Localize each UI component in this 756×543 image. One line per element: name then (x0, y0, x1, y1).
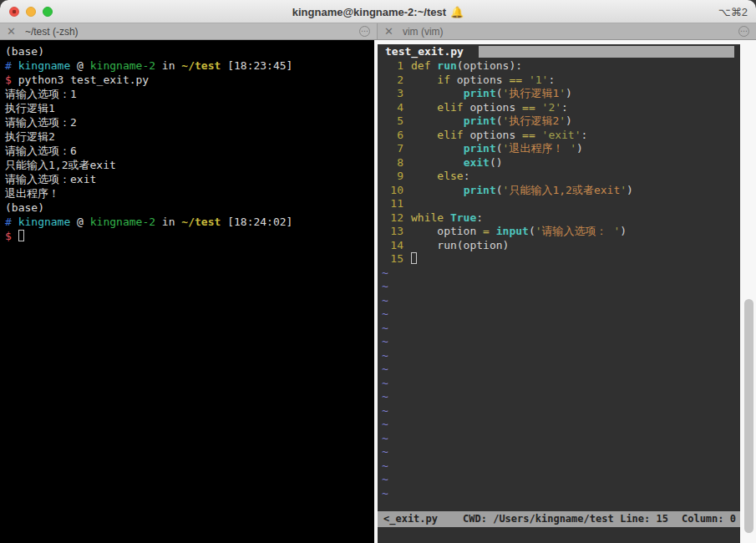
vim-pane[interactable]: test_exit.py 1def run(options):2 if opti… (374, 40, 756, 543)
terminal-line: 执行逻辑2 (5, 129, 374, 144)
split-pane-content: (base)# kingname @ kingname-2 in ~/test … (0, 40, 756, 543)
terminal-line: (base) (5, 200, 374, 215)
terminal-output: (base)# kingname @ kingname-2 in ~/test … (5, 44, 374, 243)
line-number: 2 (378, 74, 411, 88)
code-line: 12while True: (378, 211, 740, 226)
terminal-window: kingname@kingname-2:~/test 🔔 ⌥⌘2 ✕ ~/tes… (0, 0, 756, 543)
terminal-line: (base) (5, 44, 374, 58)
code-line: 5 print('执行逻辑2') (378, 114, 740, 129)
line-number: 1 (378, 59, 411, 74)
line-number: 9 (378, 170, 411, 184)
close-tab-icon[interactable]: ✕ (384, 25, 393, 38)
tab-vim-label: vim (vim) (403, 26, 444, 38)
tilde-line: ~ (378, 377, 740, 391)
code-line: 6 elif options == 'exit': (378, 129, 740, 143)
tilde-line: ~ (378, 487, 740, 501)
window-title: kingname@kingname-2:~/test 🔔 (0, 0, 756, 23)
code-line: 11 (378, 197, 740, 211)
line-number: 8 (378, 156, 411, 170)
tilde-line: ~ (378, 307, 740, 322)
tab-zsh-label: ~/test (-zsh) (25, 26, 79, 38)
line-number: 3 (378, 87, 411, 101)
vim-code-area[interactable]: 1def run(options):2 if options == '1':3 … (378, 59, 740, 266)
line-number: 6 (378, 129, 411, 143)
tilde-line: ~ (378, 294, 740, 308)
window-title-text: kingname@kingname-2:~/test (292, 6, 446, 18)
tilde-line: ~ (378, 349, 740, 363)
terminal-line: 退出程序！ (5, 186, 374, 200)
terminal-line: 执行逻辑1 (5, 101, 374, 115)
tab-zsh[interactable]: ✕ ~/test (-zsh) ⋯ (0, 23, 378, 39)
vim-empty-lines: ~~~~~~~~~~~~~~~~~ (378, 266, 740, 501)
tilde-line: ~ (378, 266, 740, 281)
terminal-line: 请输入选项：exit (5, 172, 374, 186)
tilde-line: ~ (378, 390, 740, 404)
line-number: 7 (378, 142, 411, 156)
code-line: 10 print('只能输入1,2或者exit') (378, 184, 740, 198)
status-filename: <_exit.py (383, 512, 438, 526)
line-number: 4 (378, 101, 411, 115)
terminal-pane[interactable]: (base)# kingname @ kingname-2 in ~/test … (0, 40, 374, 543)
code-line: 9 else: (378, 170, 740, 184)
status-line-indicator: Line: 15 (620, 512, 668, 526)
code-line: 4 elif options == '2': (378, 101, 740, 115)
terminal-line: $ python3 test_exit.py (5, 73, 374, 87)
line-number: 15 (378, 252, 411, 266)
tilde-line: ~ (378, 280, 740, 294)
terminal-line: # kingname @ kingname-2 in ~/test [18:23… (5, 58, 374, 73)
tab-vim[interactable]: ✕ vim (vim) ⋯ (378, 23, 756, 39)
line-number: 11 (378, 197, 411, 211)
tab-options-icon[interactable]: ⋯ (738, 26, 749, 37)
line-number: 5 (378, 114, 411, 129)
terminal-line: 请输入选项：1 (5, 87, 374, 101)
code-line: 14 run(option) (378, 239, 740, 253)
scrollbar-thumb[interactable] (744, 299, 753, 533)
status-cwd: CWD: /Users/kingname/test (463, 512, 614, 526)
terminal-line: 只能输入1,2或者exit (5, 158, 374, 172)
vim-buffer-name[interactable]: test_exit.py (385, 45, 470, 59)
vim-tabline: test_exit.py (378, 44, 740, 59)
tab-bar: ✕ ~/test (-zsh) ⋯ ✕ vim (vim) ⋯ (0, 23, 756, 40)
tilde-line: ~ (378, 445, 740, 459)
status-column-indicator: Column: 0 (682, 512, 736, 526)
tilde-line: ~ (378, 459, 740, 474)
tilde-line: ~ (378, 363, 740, 377)
vim-cursor (411, 252, 417, 264)
terminal-line: 请输入选项：2 (5, 115, 374, 129)
line-number: 13 (378, 225, 411, 239)
code-line: 15 (378, 252, 740, 266)
tilde-line: ~ (378, 432, 740, 446)
close-tab-icon[interactable]: ✕ (7, 25, 16, 38)
vim-tabline-fill (479, 46, 734, 58)
tilde-line: ~ (378, 322, 740, 336)
bell-icon: 🔔 (450, 6, 464, 18)
terminal-line: 请输入选项：6 (5, 144, 374, 158)
line-number: 12 (378, 211, 411, 226)
code-line: 2 if options == '1': (378, 74, 740, 88)
code-line: 7 print('退出程序！ ') (378, 142, 740, 156)
window-titlebar[interactable]: kingname@kingname-2:~/test 🔔 ⌥⌘2 (0, 0, 756, 23)
code-line: 8 exit() (378, 156, 740, 170)
code-line: 3 print('执行逻辑1') (378, 87, 740, 101)
code-line: 13 option = input('请输入选项： ') (378, 225, 740, 239)
code-line: 1def run(options): (378, 59, 740, 74)
terminal-cursor (18, 230, 24, 241)
line-number: 10 (378, 184, 411, 198)
terminal-line: $ (5, 229, 374, 243)
terminal-line: # kingname @ kingname-2 in ~/test [18:24… (5, 215, 374, 229)
vim-editor[interactable]: test_exit.py 1def run(options):2 if opti… (378, 44, 740, 543)
tilde-line: ~ (378, 335, 740, 349)
tab-options-icon[interactable]: ⋯ (359, 26, 370, 37)
line-number: 14 (378, 239, 411, 253)
tilde-line: ~ (378, 404, 740, 419)
tilde-line: ~ (378, 418, 740, 432)
vim-statusbar: <_exit.py CWD: /Users/kingname/test Line… (378, 511, 740, 527)
window-shortcut-hint: ⌥⌘2 (718, 0, 748, 23)
tilde-line: ~ (378, 473, 740, 487)
